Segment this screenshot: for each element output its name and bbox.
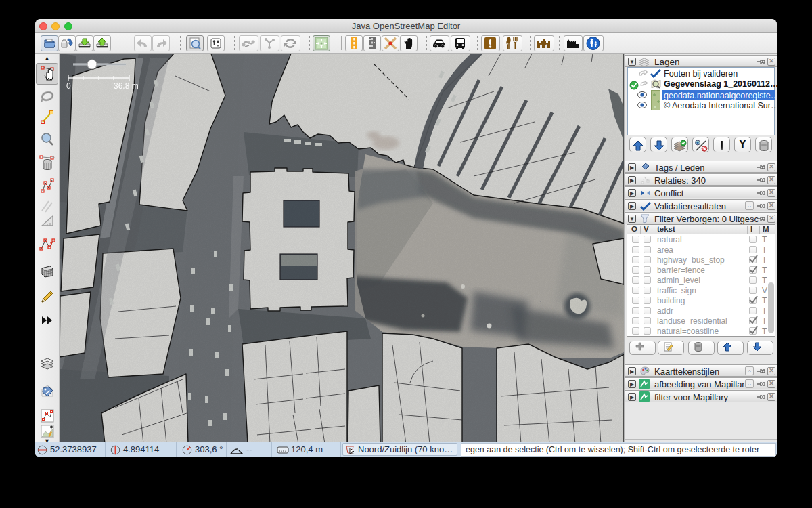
svg-text:...: ...	[704, 345, 709, 352]
svg-text:...: ...	[645, 345, 650, 352]
svg-text:0: 0	[66, 81, 71, 91]
svg-text:...: ...	[733, 345, 738, 352]
svg-text:...: ...	[763, 345, 768, 352]
svg-text:36.8 m: 36.8 m	[114, 81, 139, 91]
svg-text:...: ...	[673, 345, 679, 352]
